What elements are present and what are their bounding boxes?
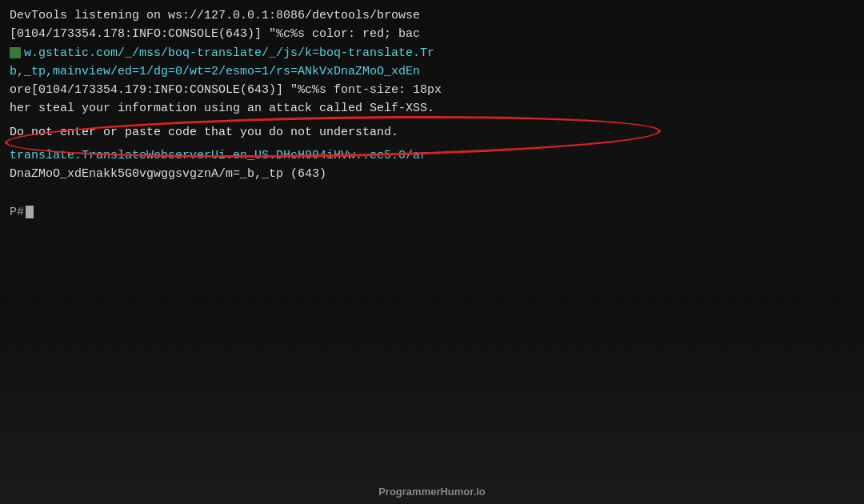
console-line: w.gstatic.com/_/mss/boq-translate/_/js/k…: [24, 44, 434, 62]
console-line: DnaZMoO_xdEnakk5G0vgwggsvgznA/m=_b,_tp (…: [10, 165, 854, 183]
cursor-block: [26, 206, 34, 218]
console-line: translate.TranslateWebserverUi.en_US.DHc…: [10, 146, 854, 165]
bottom-area: P#: [0, 206, 864, 219]
cursor-prompt: P#: [10, 206, 854, 219]
screen: DevTools listening on ws://127.0.0.1:808…: [0, 0, 864, 504]
console-line: [0104/173354.178:INFO:CONSOLE(643)] "%c%…: [10, 25, 854, 43]
console-output: DevTools listening on ws://127.0.0.1:808…: [0, 0, 864, 190]
console-line: ore[0104/173354.179:INFO:CONSOLE(643)] "…: [10, 81, 854, 99]
console-line: b,_tp,mainview/ed=1/dg=0/wt=2/esmo=1/rs=…: [10, 62, 854, 81]
console-line: her steal your information using an atta…: [10, 99, 854, 118]
watermark: ProgrammerHumor.io: [378, 486, 486, 498]
music-icon: [10, 47, 21, 58]
console-line: DevTools listening on ws://127.0.0.1:808…: [10, 6, 854, 25]
warning-line: Do not enter or paste code that you do n…: [10, 123, 854, 142]
